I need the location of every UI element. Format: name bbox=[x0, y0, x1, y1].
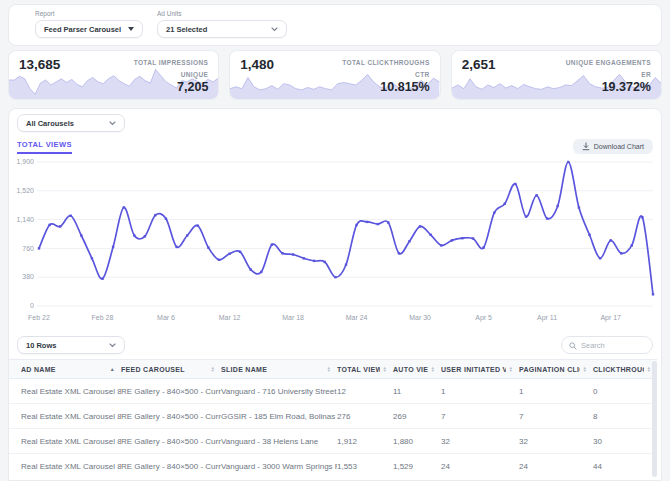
cell-pagination-clicks: 1 bbox=[519, 379, 593, 404]
cell-total-views: 276 bbox=[337, 404, 393, 429]
ctr-value: 10.815% bbox=[380, 80, 429, 94]
main-panel: All Carousels TOTAL VIEWS Download Chart… bbox=[8, 108, 662, 481]
cell-clickthroughs: 44 bbox=[593, 454, 657, 479]
cell-pagination-clicks: 7 bbox=[519, 404, 593, 429]
cell-feed-carousel: RE Gallery - 840×500 - Current bbox=[121, 404, 221, 429]
cell-user-initiated-views: 7 bbox=[441, 404, 519, 429]
report-select[interactable]: Feed Parser Carousel bbox=[35, 20, 143, 38]
cell-user-initiated-views: 1 bbox=[441, 379, 519, 404]
cell-user-initiated-views: 32 bbox=[441, 429, 519, 454]
carousel-filter-select[interactable]: All Carousels bbox=[17, 114, 125, 132]
column-label: FEED CAROUSEL bbox=[121, 366, 185, 373]
rows-per-page-value: 10 Rows bbox=[26, 341, 56, 350]
sort-ascending-icon: ▲ bbox=[110, 366, 115, 372]
cell-total-views: 1,553 bbox=[337, 454, 393, 479]
svg-text:760: 760 bbox=[22, 245, 34, 252]
column-header-slide-name[interactable]: SLIDE NAME▲▼ bbox=[221, 360, 337, 379]
sort-icon: ▲▼ bbox=[211, 366, 215, 372]
chevron-down-icon bbox=[109, 121, 116, 126]
column-label: AUTO VIEWS bbox=[393, 366, 428, 373]
column-label: TOTAL VIEWS bbox=[337, 366, 380, 373]
svg-text:380: 380 bbox=[22, 273, 34, 280]
cell-auto-views: 269 bbox=[393, 404, 441, 429]
table-row[interactable]: Real Estate XML Carousel 840×500RE Galle… bbox=[9, 429, 657, 454]
svg-text:Feb 28: Feb 28 bbox=[92, 314, 114, 321]
svg-text:Apr 17: Apr 17 bbox=[600, 314, 621, 322]
cell-clickthroughs: 30 bbox=[593, 429, 657, 454]
cell-clickthroughs: 0 bbox=[593, 379, 657, 404]
svg-text:Feb 22: Feb 22 bbox=[28, 314, 50, 321]
column-label: SLIDE NAME bbox=[221, 366, 267, 373]
tab-total-views[interactable]: TOTAL VIEWS bbox=[17, 140, 72, 154]
cell-slide-name: Vanguard - 3000 Warm Springs Road bbox=[221, 454, 337, 479]
ad-units-label: Ad Units bbox=[157, 10, 287, 17]
column-label: CLICKTHROUGHS bbox=[593, 366, 644, 373]
cell-feed-carousel: RE Gallery - 840×500 - Current bbox=[121, 379, 221, 404]
cell-clickthroughs: 8 bbox=[593, 404, 657, 429]
column-header-user-initiated-views[interactable]: USER INITIATED VIEWS▲▼ bbox=[441, 360, 519, 379]
column-header-auto-views[interactable]: AUTO VIEWS▲▼ bbox=[393, 360, 441, 379]
table-scrollbar[interactable] bbox=[652, 361, 657, 477]
total-views-chart[interactable]: 03807601,1401,5201,900Feb 22Feb 28Mar 6M… bbox=[9, 156, 661, 326]
filter-bar: Report Feed Parser Carousel Ad Units 21 … bbox=[8, 4, 662, 46]
svg-text:Apr 5: Apr 5 bbox=[475, 314, 492, 322]
column-header-ad-name[interactable]: AD NAME▲ bbox=[9, 360, 121, 379]
caret-down-icon bbox=[128, 27, 134, 31]
ad-units-select-value: 21 Selected bbox=[166, 25, 207, 34]
svg-text:Apr 11: Apr 11 bbox=[537, 314, 557, 322]
table-row[interactable]: Real Estate XML Carousel 840×500RE Galle… bbox=[9, 379, 657, 404]
svg-text:1,140: 1,140 bbox=[16, 216, 34, 223]
cell-pagination-clicks: 32 bbox=[519, 429, 593, 454]
cell-ad-name: Real Estate XML Carousel 840×500 bbox=[9, 379, 121, 404]
stat-cards: 13,685 TOTAL IMPRESSIONS UNIQUE 7,205 1,… bbox=[8, 50, 662, 100]
column-label: USER INITIATED VIEWS bbox=[441, 366, 506, 373]
svg-text:Mar 12: Mar 12 bbox=[219, 314, 241, 321]
download-icon bbox=[582, 142, 590, 152]
report-field: Report Feed Parser Carousel bbox=[35, 10, 143, 45]
cell-total-views: 12 bbox=[337, 379, 393, 404]
stat-card-engagements: 2,651 UNIQUE ENGAGEMENTS ER 19.372% bbox=[451, 50, 662, 100]
impressions-label: TOTAL IMPRESSIONS bbox=[134, 59, 209, 66]
ad-units-select[interactable]: 21 Selected bbox=[157, 20, 287, 38]
sort-icon: ▲▼ bbox=[383, 366, 387, 372]
results-table: AD NAME▲FEED CAROUSEL▲▼SLIDE NAME▲▼TOTAL… bbox=[9, 359, 657, 479]
svg-text:1,520: 1,520 bbox=[16, 187, 34, 194]
table-row[interactable]: Real Estate XML Carousel 840×500RE Galle… bbox=[9, 404, 657, 429]
er-value: 19.372% bbox=[602, 80, 651, 94]
unique-value: 7,205 bbox=[177, 80, 208, 94]
cell-slide-name: GGSIR - 185 Elm Road, Bolinas bbox=[221, 404, 337, 429]
clickthroughs-value: 1,480 bbox=[240, 57, 274, 72]
column-header-feed-carousel[interactable]: FEED CAROUSEL▲▼ bbox=[121, 360, 221, 379]
svg-text:0: 0 bbox=[30, 302, 34, 309]
engagements-value: 2,651 bbox=[462, 57, 496, 72]
chevron-down-icon bbox=[271, 27, 278, 32]
cell-ad-name: Real Estate XML Carousel 840×500 bbox=[9, 429, 121, 454]
report-select-value: Feed Parser Carousel bbox=[44, 25, 121, 34]
table-row[interactable]: Real Estate XML Carousel 840×500RE Galle… bbox=[9, 454, 657, 479]
sort-icon: ▲▼ bbox=[327, 366, 331, 372]
cell-auto-views: 1,529 bbox=[393, 454, 441, 479]
sort-icon: ▲▼ bbox=[509, 366, 513, 372]
sort-icon: ▲▼ bbox=[647, 366, 651, 372]
column-header-total-views[interactable]: TOTAL VIEWS▲▼ bbox=[337, 360, 393, 379]
er-label: ER bbox=[641, 71, 651, 78]
cell-slide-name: Vanguard - 716 University Street bbox=[221, 379, 337, 404]
cell-pagination-clicks: 24 bbox=[519, 454, 593, 479]
search-box bbox=[561, 336, 653, 354]
carousel-filter-value: All Carousels bbox=[26, 119, 74, 128]
download-chart-button[interactable]: Download Chart bbox=[573, 139, 653, 154]
cell-total-views: 1,912 bbox=[337, 429, 393, 454]
cell-user-initiated-views: 24 bbox=[441, 454, 519, 479]
column-label: AD NAME bbox=[21, 366, 56, 373]
search-input[interactable] bbox=[581, 341, 651, 350]
cell-feed-carousel: RE Gallery - 840×500 - Current bbox=[121, 454, 221, 479]
svg-text:Mar 24: Mar 24 bbox=[346, 314, 368, 321]
column-header-clickthroughs[interactable]: CLICKTHROUGHS▲▼ bbox=[593, 360, 657, 379]
column-header-pagination-clicks[interactable]: PAGINATION CLICKS▲▼ bbox=[519, 360, 593, 379]
ctr-label: CTR bbox=[415, 71, 430, 78]
clickthroughs-label: TOTAL CLICKTHROUGHS bbox=[342, 59, 429, 66]
rows-per-page-select[interactable]: 10 Rows bbox=[17, 336, 125, 354]
engagements-label: UNIQUE ENGAGEMENTS bbox=[566, 59, 651, 66]
svg-text:Mar 6: Mar 6 bbox=[157, 314, 175, 321]
cell-ad-name: Real Estate XML Carousel 840×500 bbox=[9, 404, 121, 429]
